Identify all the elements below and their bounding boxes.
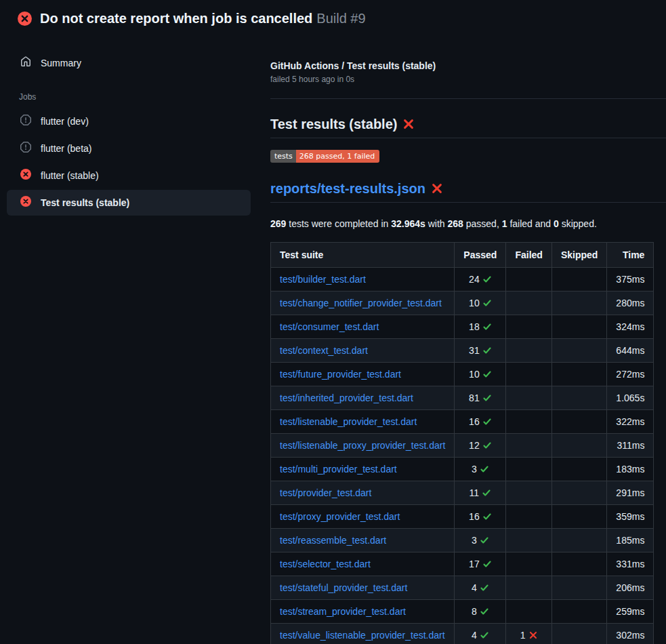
test-suite-link[interactable]: test/context_test.dart: [280, 345, 368, 356]
test-suite-link[interactable]: test/listenable_proxy_provider_test.dart: [280, 440, 445, 451]
test-suite-link[interactable]: test/listenable_provider_test.dart: [280, 416, 417, 427]
check-icon: [482, 274, 492, 283]
test-suite-cell: test/future_provider_test.dart: [271, 363, 455, 386]
passed-cell: 31: [455, 339, 506, 363]
test-suite-link[interactable]: test/consumer_test.dart: [280, 321, 379, 332]
failed-cell: 1: [506, 624, 551, 644]
test-suite-link[interactable]: test/value_listenable_provider_test.dart: [280, 630, 445, 641]
failed-cell: [506, 481, 551, 505]
time-cell: 324ms: [607, 315, 654, 339]
table-row: test/change_notifier_provider_test.dart1…: [271, 291, 654, 315]
test-suite-cell: test/listenable_provider_test.dart: [271, 410, 455, 434]
skipped-cell: [551, 291, 606, 315]
job-label: flutter (dev): [41, 115, 89, 127]
failed-cell: [506, 339, 551, 363]
check-icon: [482, 559, 492, 568]
passed-cell: 3: [455, 458, 506, 481]
failed-cell: [506, 458, 551, 481]
passed-cell: 11: [455, 481, 506, 505]
check-icon: [482, 511, 492, 521]
test-suite-link[interactable]: test/stream_provider_test.dart: [280, 606, 406, 617]
test-suite-link[interactable]: test/provider_test.dart: [280, 487, 371, 498]
test-suite-cell: test/builder_test.dart: [271, 268, 455, 291]
table-row: test/inherited_provider_test.dart811.065…: [271, 386, 654, 410]
stop-octagon-icon: [20, 142, 31, 155]
report-file-link[interactable]: reports/test-results.json: [270, 181, 425, 196]
check-icon: [480, 464, 489, 473]
cross-mark-icon: [431, 182, 443, 195]
sidebar-job-item-4[interactable]: Test results (stable): [7, 190, 251, 216]
test-suite-link[interactable]: test/inherited_provider_test.dart: [280, 393, 413, 403]
test-suite-link[interactable]: test/reassemble_test.dart: [280, 535, 386, 546]
x-circle-fill-icon: [20, 169, 31, 182]
time-cell: 291ms: [607, 481, 654, 505]
test-suite-link[interactable]: test/future_provider_test.dart: [280, 369, 401, 380]
jobs-list: flutter (dev)flutter (beta)flutter (stab…: [0, 108, 257, 216]
table-row: test/selector_test.dart17331ms: [271, 552, 654, 576]
failed-cell: [506, 268, 551, 291]
check-icon: [480, 630, 489, 639]
badge-label: tests: [270, 150, 296, 163]
sidebar-summary-label: Summary: [41, 58, 81, 68]
test-suite-cell: test/context_test.dart: [271, 339, 455, 363]
passed-cell: 10: [455, 291, 506, 315]
column-header-passed: Passed: [455, 243, 506, 268]
skipped-cell: [551, 505, 606, 529]
skipped-cell: [551, 339, 606, 363]
check-icon: [482, 416, 492, 426]
sidebar-job-item-3[interactable]: flutter (stable): [7, 163, 251, 188]
x-circle-fill-icon: [18, 12, 32, 26]
table-row: test/listenable_proxy_provider_test.dart…: [271, 434, 654, 458]
test-suite-cell: test/stateful_provider_test.dart: [271, 576, 455, 600]
test-suite-link[interactable]: test/change_notifier_provider_test.dart: [280, 298, 442, 308]
test-suite-link[interactable]: test/multi_provider_test.dart: [280, 464, 397, 475]
check-icon: [482, 298, 492, 307]
test-suite-link[interactable]: test/proxy_provider_test.dart: [280, 511, 400, 522]
time-cell: 311ms: [607, 434, 654, 458]
jobs-section-label: Jobs: [19, 92, 257, 102]
check-icon: [482, 345, 492, 355]
test-suite-link[interactable]: test/selector_test.dart: [280, 559, 371, 569]
check-title-heading: Test results (stable): [270, 117, 666, 138]
passed-cell: 18: [455, 315, 506, 339]
build-number: Build #9: [316, 11, 365, 26]
table-row: test/multi_provider_test.dart3183ms: [271, 458, 654, 481]
skipped-cell: [551, 386, 606, 410]
test-results-table: Test suite Passed Failed Skipped Time te…: [270, 242, 654, 644]
sidebar-job-item-2[interactable]: flutter (beta): [7, 136, 251, 161]
failed-cell: [506, 434, 551, 458]
passed-cell: 81: [455, 386, 506, 410]
sidebar-job-item-1[interactable]: flutter (dev): [7, 108, 251, 134]
report-title-heading: reports/test-results.json: [270, 181, 666, 203]
table-row: test/builder_test.dart24375ms: [271, 268, 654, 291]
check-icon: [480, 535, 489, 544]
test-suite-link[interactable]: test/stateful_provider_test.dart: [280, 582, 407, 593]
stop-octagon-icon: [20, 115, 31, 128]
column-header-time: Time: [607, 243, 654, 268]
column-header-failed: Failed: [506, 243, 551, 268]
failed-cell: [506, 363, 551, 386]
divider: [270, 98, 666, 99]
job-label: flutter (stable): [41, 169, 99, 182]
test-suite-cell: test/provider_test.dart: [271, 481, 455, 505]
passed-cell: 8: [455, 600, 506, 624]
skipped-cell: [551, 268, 606, 291]
sidebar: Summary Jobs flutter (dev)flutter (beta)…: [0, 36, 257, 217]
failed-cell: [506, 552, 551, 576]
test-suite-cell: test/selector_test.dart: [271, 552, 455, 576]
test-suite-cell: test/proxy_provider_test.dart: [271, 505, 455, 529]
check-icon: [482, 321, 492, 331]
time-cell: 302ms: [607, 624, 654, 644]
column-header-test-suite: Test suite: [271, 243, 455, 268]
time-cell: 280ms: [607, 291, 654, 315]
test-suite-cell: test/listenable_proxy_provider_test.dart: [271, 434, 455, 458]
test-suite-cell: test/inherited_provider_test.dart: [271, 386, 455, 410]
job-label: flutter (beta): [41, 142, 91, 155]
table-header-row: Test suite Passed Failed Skipped Time: [271, 243, 654, 268]
x-circle-fill-icon: [20, 196, 31, 209]
breadcrumb: GitHub Actions / Test results (stable): [270, 60, 666, 71]
test-suite-link[interactable]: test/builder_test.dart: [280, 274, 366, 285]
skipped-cell: [551, 434, 606, 458]
test-summary-text: 269 tests were completed in 32.964s with…: [270, 218, 666, 229]
sidebar-item-summary[interactable]: Summary: [7, 51, 251, 75]
